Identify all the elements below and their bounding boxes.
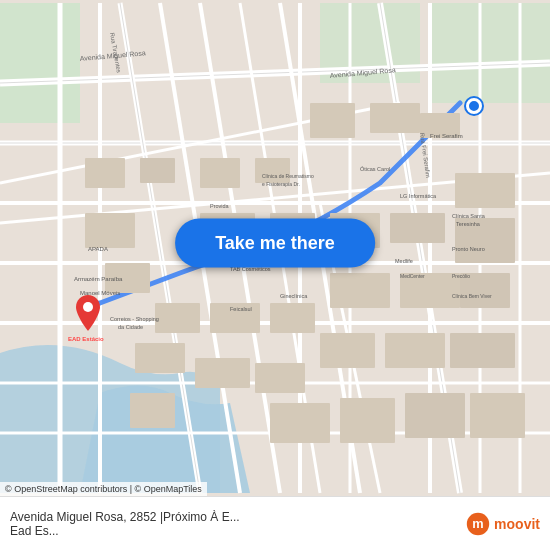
svg-text:Correios - Shopping: Correios - Shopping: [110, 316, 159, 322]
svg-text:da Cidade: da Cidade: [118, 324, 143, 330]
svg-rect-38: [370, 103, 420, 133]
svg-text:Gineclínica: Gineclínica: [280, 293, 308, 299]
svg-rect-44: [455, 173, 515, 208]
svg-rect-61: [470, 393, 525, 438]
take-me-there-button[interactable]: Take me there: [175, 219, 375, 268]
svg-rect-3: [430, 3, 550, 103]
svg-rect-51: [270, 303, 315, 333]
svg-text:Clínica de Reumatismo: Clínica de Reumatismo: [262, 173, 314, 179]
svg-text:Precólio: Precólio: [452, 273, 470, 279]
svg-rect-62: [130, 393, 175, 428]
destination-text: Ead Es...: [10, 524, 456, 538]
svg-rect-36: [255, 158, 290, 183]
svg-text:EAD Estácio: EAD Estácio: [68, 336, 104, 342]
svg-rect-43: [390, 213, 445, 243]
svg-text:Clínica Santa: Clínica Santa: [452, 213, 486, 219]
svg-rect-32: [85, 213, 135, 248]
svg-text:APADA: APADA: [88, 246, 108, 252]
map-attribution: © OpenStreetMap contributors | © OpenMap…: [0, 482, 207, 496]
svg-text:m: m: [472, 516, 483, 531]
svg-text:MedCenter: MedCenter: [400, 273, 425, 279]
destination-marker: [76, 295, 100, 325]
svg-rect-59: [340, 398, 395, 443]
app: Avenida Miguel Rosa Avenida Miguel Rosa …: [0, 0, 550, 550]
svg-rect-53: [385, 333, 445, 368]
origin-marker: [466, 98, 482, 114]
svg-text:Armazém Paraíba: Armazém Paraíba: [74, 276, 123, 282]
svg-rect-55: [135, 343, 185, 373]
svg-text:Pronto Neuro: Pronto Neuro: [452, 246, 485, 252]
svg-text:Clínica Bem Viver: Clínica Bem Viver: [452, 293, 492, 299]
svg-rect-56: [195, 358, 250, 388]
svg-rect-52: [320, 333, 375, 368]
moovit-logo-icon: m: [466, 512, 490, 536]
moovit-logo-text: moovit: [494, 516, 540, 532]
svg-rect-60: [405, 393, 465, 438]
svg-text:Feicalsul: Feicalsul: [230, 306, 252, 312]
svg-rect-34: [140, 158, 175, 183]
svg-rect-58: [270, 403, 330, 443]
svg-rect-46: [330, 273, 390, 308]
svg-text:Medlife: Medlife: [395, 258, 413, 264]
svg-text:LG Informática: LG Informática: [400, 193, 437, 199]
svg-text:Teresinha: Teresinha: [456, 221, 481, 227]
moovit-branding: m moovit: [466, 512, 540, 536]
bottom-bar: Avenida Miguel Rosa, 2852 |Próximo À E..…: [0, 496, 550, 550]
svg-rect-54: [450, 333, 515, 368]
svg-rect-1: [0, 3, 80, 123]
svg-rect-35: [200, 158, 240, 188]
svg-rect-37: [310, 103, 355, 138]
svg-rect-31: [85, 158, 125, 188]
svg-text:Óticas Carol: Óticas Carol: [360, 166, 390, 172]
svg-point-92: [83, 302, 93, 312]
moovit-logo-area: m moovit: [466, 512, 540, 536]
svg-rect-49: [155, 303, 200, 333]
location-text: Avenida Miguel Rosa, 2852 |Próximo À E..…: [10, 510, 456, 524]
location-info: Avenida Miguel Rosa, 2852 |Próximo À E..…: [10, 510, 456, 538]
svg-text:Provida: Provida: [210, 203, 230, 209]
svg-rect-57: [255, 363, 305, 393]
svg-text:e Fisioterapia Dr.: e Fisioterapia Dr.: [262, 181, 300, 187]
svg-text:Frei Serafim: Frei Serafim: [430, 133, 463, 139]
map-container: Avenida Miguel Rosa Avenida Miguel Rosa …: [0, 0, 550, 496]
